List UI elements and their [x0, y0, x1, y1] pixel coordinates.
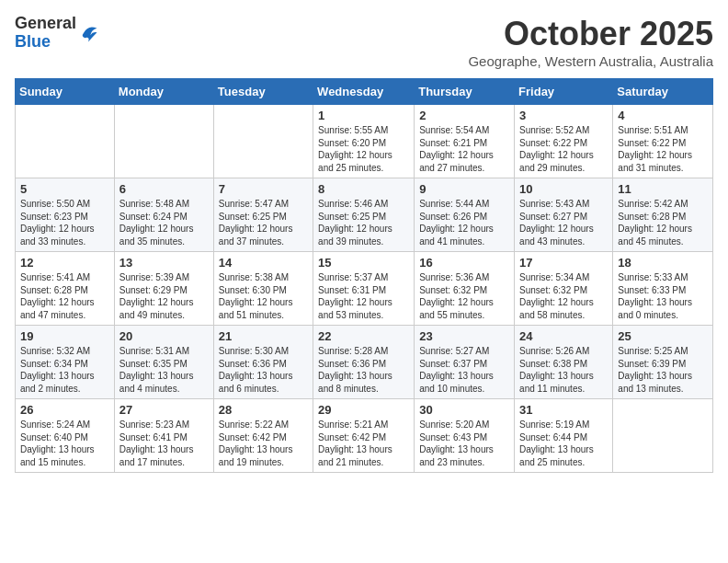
calendar-week-row: 12Sunrise: 5:41 AM Sunset: 6:28 PM Dayli…	[16, 252, 713, 326]
day-number: 8	[318, 182, 409, 196]
calendar-cell: 24Sunrise: 5:26 AM Sunset: 6:38 PM Dayli…	[515, 326, 613, 399]
day-number: 30	[419, 403, 509, 417]
day-number: 20	[119, 329, 209, 343]
page-header: General Blue October 2025 Geographe, Wes…	[15, 15, 713, 69]
calendar-cell: 6Sunrise: 5:48 AM Sunset: 6:24 PM Daylig…	[114, 178, 213, 252]
calendar-cell: 26Sunrise: 5:24 AM Sunset: 6:40 PM Dayli…	[16, 399, 115, 473]
calendar-cell: 29Sunrise: 5:21 AM Sunset: 6:42 PM Dayli…	[313, 399, 415, 473]
cell-content: Sunrise: 5:52 AM Sunset: 6:22 PM Dayligh…	[519, 124, 608, 174]
weekday-header-thursday: Thursday	[415, 79, 515, 105]
calendar-week-row: 19Sunrise: 5:32 AM Sunset: 6:34 PM Dayli…	[16, 326, 713, 399]
location-title: Geographe, Western Australia, Australia	[468, 53, 713, 69]
day-number: 4	[618, 109, 708, 122]
calendar-cell: 14Sunrise: 5:38 AM Sunset: 6:30 PM Dayli…	[213, 252, 313, 326]
day-number: 7	[219, 182, 308, 196]
day-number: 1	[318, 109, 409, 122]
cell-content: Sunrise: 5:26 AM Sunset: 6:38 PM Dayligh…	[519, 345, 608, 395]
cell-content: Sunrise: 5:25 AM Sunset: 6:39 PM Dayligh…	[618, 345, 708, 395]
calendar-cell: 22Sunrise: 5:28 AM Sunset: 6:36 PM Dayli…	[313, 326, 415, 399]
calendar-cell: 4Sunrise: 5:51 AM Sunset: 6:22 PM Daylig…	[613, 105, 713, 178]
day-number: 6	[119, 182, 209, 196]
cell-content: Sunrise: 5:55 AM Sunset: 6:20 PM Dayligh…	[318, 124, 409, 174]
calendar-cell: 7Sunrise: 5:47 AM Sunset: 6:25 PM Daylig…	[213, 178, 313, 252]
calendar-week-row: 5Sunrise: 5:50 AM Sunset: 6:23 PM Daylig…	[16, 178, 713, 252]
calendar-week-row: 1Sunrise: 5:55 AM Sunset: 6:20 PM Daylig…	[16, 105, 713, 178]
calendar-cell: 20Sunrise: 5:31 AM Sunset: 6:35 PM Dayli…	[114, 326, 213, 399]
cell-content: Sunrise: 5:22 AM Sunset: 6:42 PM Dayligh…	[219, 419, 308, 468]
logo-general-text: General	[15, 15, 76, 33]
day-number: 14	[219, 256, 308, 270]
calendar-cell: 11Sunrise: 5:42 AM Sunset: 6:28 PM Dayli…	[613, 178, 713, 252]
day-number: 18	[618, 256, 708, 270]
calendar-table: SundayMondayTuesdayWednesdayThursdayFrid…	[15, 78, 713, 473]
cell-content: Sunrise: 5:43 AM Sunset: 6:27 PM Dayligh…	[519, 198, 608, 247]
day-number: 11	[618, 182, 708, 196]
cell-content: Sunrise: 5:27 AM Sunset: 6:37 PM Dayligh…	[419, 345, 509, 395]
cell-content: Sunrise: 5:34 AM Sunset: 6:32 PM Dayligh…	[519, 271, 608, 321]
calendar-cell: 9Sunrise: 5:44 AM Sunset: 6:26 PM Daylig…	[415, 178, 515, 252]
month-title: October 2025	[468, 15, 713, 53]
cell-content: Sunrise: 5:21 AM Sunset: 6:42 PM Dayligh…	[318, 419, 409, 468]
calendar-cell: 8Sunrise: 5:46 AM Sunset: 6:25 PM Daylig…	[313, 178, 415, 252]
day-number: 28	[219, 403, 308, 417]
cell-content: Sunrise: 5:24 AM Sunset: 6:40 PM Dayligh…	[20, 419, 109, 468]
cell-content: Sunrise: 5:31 AM Sunset: 6:35 PM Dayligh…	[119, 345, 209, 395]
logo-blue-text: Blue	[15, 33, 76, 52]
cell-content: Sunrise: 5:37 AM Sunset: 6:31 PM Dayligh…	[318, 271, 409, 321]
cell-content: Sunrise: 5:41 AM Sunset: 6:28 PM Dayligh…	[20, 271, 109, 321]
calendar-cell: 18Sunrise: 5:33 AM Sunset: 6:33 PM Dayli…	[613, 252, 713, 326]
weekday-header-friday: Friday	[515, 79, 613, 105]
cell-content: Sunrise: 5:54 AM Sunset: 6:21 PM Dayligh…	[419, 124, 509, 174]
calendar-cell: 1Sunrise: 5:55 AM Sunset: 6:20 PM Daylig…	[313, 105, 415, 178]
calendar-cell: 25Sunrise: 5:25 AM Sunset: 6:39 PM Dayli…	[613, 326, 713, 399]
cell-content: Sunrise: 5:38 AM Sunset: 6:30 PM Dayligh…	[219, 271, 308, 321]
calendar-cell: 16Sunrise: 5:36 AM Sunset: 6:32 PM Dayli…	[415, 252, 515, 326]
calendar-week-row: 26Sunrise: 5:24 AM Sunset: 6:40 PM Dayli…	[16, 399, 713, 473]
day-number: 29	[318, 403, 409, 417]
calendar-cell	[16, 105, 115, 178]
day-number: 10	[519, 182, 608, 196]
cell-content: Sunrise: 5:48 AM Sunset: 6:24 PM Dayligh…	[119, 198, 209, 247]
weekday-header-monday: Monday	[114, 79, 213, 105]
weekday-header-tuesday: Tuesday	[213, 79, 313, 105]
calendar-cell: 27Sunrise: 5:23 AM Sunset: 6:41 PM Dayli…	[114, 399, 213, 473]
day-number: 15	[318, 256, 409, 270]
day-number: 16	[419, 256, 509, 270]
cell-content: Sunrise: 5:50 AM Sunset: 6:23 PM Dayligh…	[20, 198, 109, 247]
day-number: 31	[519, 403, 608, 417]
cell-content: Sunrise: 5:28 AM Sunset: 6:36 PM Dayligh…	[318, 345, 409, 395]
cell-content: Sunrise: 5:44 AM Sunset: 6:26 PM Dayligh…	[419, 198, 509, 247]
cell-content: Sunrise: 5:51 AM Sunset: 6:22 PM Dayligh…	[618, 124, 708, 174]
logo: General Blue	[15, 15, 98, 52]
day-number: 24	[519, 329, 608, 343]
calendar-cell: 2Sunrise: 5:54 AM Sunset: 6:21 PM Daylig…	[415, 105, 515, 178]
calendar-cell: 23Sunrise: 5:27 AM Sunset: 6:37 PM Dayli…	[415, 326, 515, 399]
calendar-cell: 12Sunrise: 5:41 AM Sunset: 6:28 PM Dayli…	[16, 252, 115, 326]
cell-content: Sunrise: 5:39 AM Sunset: 6:29 PM Dayligh…	[119, 271, 209, 321]
calendar-cell: 21Sunrise: 5:30 AM Sunset: 6:36 PM Dayli…	[213, 326, 313, 399]
weekday-header-sunday: Sunday	[16, 79, 115, 105]
weekday-header-row: SundayMondayTuesdayWednesdayThursdayFrid…	[16, 79, 713, 105]
calendar-cell: 17Sunrise: 5:34 AM Sunset: 6:32 PM Dayli…	[515, 252, 613, 326]
calendar-cell: 31Sunrise: 5:19 AM Sunset: 6:44 PM Dayli…	[515, 399, 613, 473]
day-number: 17	[519, 256, 608, 270]
day-number: 22	[318, 329, 409, 343]
cell-content: Sunrise: 5:47 AM Sunset: 6:25 PM Dayligh…	[219, 198, 308, 247]
calendar-cell	[213, 105, 313, 178]
calendar-cell: 10Sunrise: 5:43 AM Sunset: 6:27 PM Dayli…	[515, 178, 613, 252]
calendar-cell: 13Sunrise: 5:39 AM Sunset: 6:29 PM Dayli…	[114, 252, 213, 326]
day-number: 19	[20, 329, 109, 343]
cell-content: Sunrise: 5:36 AM Sunset: 6:32 PM Dayligh…	[419, 271, 509, 321]
title-block: October 2025 Geographe, Western Australi…	[468, 15, 713, 69]
day-number: 5	[20, 182, 109, 196]
calendar-cell: 3Sunrise: 5:52 AM Sunset: 6:22 PM Daylig…	[515, 105, 613, 178]
day-number: 23	[419, 329, 509, 343]
day-number: 21	[219, 329, 308, 343]
day-number: 26	[20, 403, 109, 417]
cell-content: Sunrise: 5:30 AM Sunset: 6:36 PM Dayligh…	[219, 345, 308, 395]
calendar-cell: 15Sunrise: 5:37 AM Sunset: 6:31 PM Dayli…	[313, 252, 415, 326]
day-number: 27	[119, 403, 209, 417]
calendar-cell: 19Sunrise: 5:32 AM Sunset: 6:34 PM Dayli…	[16, 326, 115, 399]
day-number: 12	[20, 256, 109, 270]
day-number: 13	[119, 256, 209, 270]
